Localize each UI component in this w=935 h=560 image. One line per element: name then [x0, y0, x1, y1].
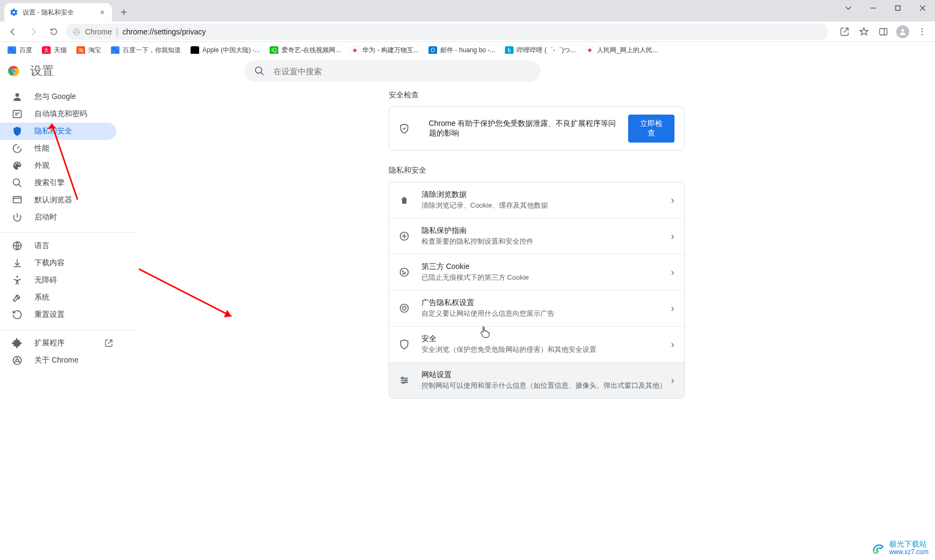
sidebar-item-label: 语言: [34, 241, 50, 251]
settings-header: 设置: [0, 54, 935, 88]
back-button[interactable]: [4, 23, 22, 40]
pointer-cursor-icon: [480, 326, 490, 338]
row-subtitle: 安全浏览（保护您免受危险网站的侵害）和其他安全设置: [421, 345, 671, 355]
profile-avatar[interactable]: [894, 23, 911, 40]
window-close-button[interactable]: [910, 0, 935, 16]
tab-close-icon[interactable]: ×: [98, 8, 107, 17]
sidebar-item-default-browser[interactable]: 默认浏览器: [0, 192, 116, 209]
security-row[interactable]: 安全安全浏览（保护您免受危险网站的侵害）和其他安全设置 ›: [389, 326, 684, 362]
sidebar-item-search-engine[interactable]: 搜索引擎: [0, 174, 116, 192]
forward-button[interactable]: [25, 23, 42, 40]
privacy-security-card: 清除浏览数据清除浏览记录、Cookie、缓存及其他数据 › 隐私保护指南检查重要…: [389, 182, 685, 399]
chevron-right-icon: ›: [671, 195, 674, 206]
sidebar-item-system[interactable]: 系统: [0, 289, 116, 306]
new-tab-button[interactable]: +: [116, 5, 131, 20]
reload-button[interactable]: [45, 23, 62, 40]
browser-toolbar: Chrome | chrome://settings/privacy: [0, 22, 935, 42]
sidebar-item-label: 您与 Google: [34, 92, 76, 102]
page-title: 设置: [30, 63, 54, 79]
run-safety-check-button[interactable]: 立即检查: [628, 115, 674, 143]
svg-point-5: [922, 28, 923, 29]
sidebar-item-appearance[interactable]: 外观: [0, 157, 116, 174]
chevron-right-icon: ›: [671, 267, 674, 278]
address-bar[interactable]: Chrome | chrome://settings/privacy: [66, 24, 828, 40]
row-title: 网站设置: [421, 370, 671, 380]
safety-check-heading: 安全检查: [389, 90, 685, 100]
svg-point-25: [403, 273, 404, 274]
svg-point-6: [922, 31, 923, 32]
external-link-icon: [104, 339, 113, 348]
chevron-right-icon: ›: [671, 339, 674, 350]
sidebar-item-label: 下载内容: [34, 258, 65, 268]
bookmark-star-icon[interactable]: [855, 23, 873, 40]
tab-title: 设置 - 隐私和安全: [23, 8, 94, 17]
hide-tabs-button[interactable]: [836, 0, 861, 16]
chevron-right-icon: ›: [671, 303, 674, 314]
sidebar-item-downloads[interactable]: 下载内容: [0, 254, 116, 272]
sidebar-item-label: 自动填充和密码: [34, 109, 87, 119]
sidebar-item-about-chrome[interactable]: 关于 Chrome: [0, 352, 116, 369]
chevron-right-icon: ›: [671, 375, 674, 386]
svg-point-11: [13, 70, 16, 73]
autofill-icon: [12, 109, 23, 119]
svg-point-22: [400, 268, 408, 277]
chrome-logo-icon: [6, 63, 22, 79]
sidebar-item-performance[interactable]: 性能: [0, 140, 116, 157]
row-title: 隐私保护指南: [421, 226, 671, 236]
share-icon[interactable]: [836, 23, 853, 40]
browser-icon: [12, 195, 23, 205]
watermark-logo-icon: [871, 541, 885, 555]
sidebar-item-on-startup[interactable]: 启动时: [0, 209, 116, 226]
sidebar-item-label: 外观: [34, 161, 50, 171]
sidebar-item-label: 搜索引擎: [34, 178, 65, 188]
sidebar-item-accessibility[interactable]: 无障碍: [0, 272, 116, 289]
sidebar-item-you-and-google[interactable]: 您与 Google: [0, 88, 116, 105]
sidebar-item-reset-settings[interactable]: 重置设置: [0, 306, 116, 323]
svg-point-15: [13, 179, 20, 186]
privacy-guide-row[interactable]: 隐私保护指南检查重要的隐私控制设置和安全控件 ›: [389, 218, 684, 254]
kebab-menu-icon[interactable]: [913, 23, 931, 40]
svg-point-7: [922, 34, 923, 35]
row-subtitle: 清除浏览记录、Cookie、缓存及其他数据: [421, 201, 671, 210]
download-icon: [12, 258, 23, 268]
chevron-right-icon: ›: [671, 231, 674, 242]
address-separator: |: [116, 27, 118, 36]
chrome-small-icon: [12, 355, 23, 366]
settings-search[interactable]: [244, 60, 540, 82]
svg-rect-16: [13, 196, 22, 203]
settings-gear-icon: [10, 8, 18, 17]
safety-check-card: Chrome 有助于保护您免受数据泄露、不良扩展程序等问题的影响 立即检查: [389, 107, 685, 151]
address-url: chrome://settings/privacy: [122, 27, 206, 36]
ad-privacy-row[interactable]: 广告隐私权设置自定义要让网站使用什么信息向您展示广告 ›: [389, 290, 684, 326]
trash-icon: [399, 195, 410, 205]
sidebar-item-privacy-security[interactable]: 隐私和安全: [0, 123, 116, 140]
svg-point-20: [16, 359, 19, 362]
sidebar-item-language[interactable]: 语言: [0, 237, 116, 254]
svg-point-27: [402, 307, 406, 310]
window-maximize-button[interactable]: [885, 0, 910, 16]
watermark-name: 极光下载站: [889, 540, 929, 548]
side-panel-icon[interactable]: [875, 23, 892, 40]
row-subtitle: 检查重要的隐私控制设置和安全控件: [421, 237, 671, 246]
svg-point-30: [402, 382, 404, 384]
sidebar-item-extensions[interactable]: 扩展程序: [0, 335, 116, 352]
settings-search-input[interactable]: [272, 66, 531, 76]
third-party-cookie-row[interactable]: 第三方 Cookie已阻止无痕模式下的第三方 Cookie ›: [389, 254, 684, 290]
row-title: 广告隐私权设置: [421, 298, 671, 308]
window-minimize-button[interactable]: [861, 0, 885, 16]
sidebar-item-label: 系统: [34, 293, 50, 302]
cookie-icon: [399, 267, 410, 278]
row-subtitle: 自定义要让网站使用什么信息向您展示广告: [421, 309, 671, 318]
sidebar-item-autofill[interactable]: 自动填充和密码: [0, 105, 116, 123]
sidebar-item-label: 启动时: [34, 212, 57, 222]
watermark-url: www.xz7.com: [889, 549, 929, 556]
clear-browsing-data-row[interactable]: 清除浏览数据清除浏览记录、Cookie、缓存及其他数据 ›: [389, 182, 684, 218]
row-title: 清除浏览数据: [421, 190, 671, 200]
sidebar-item-label: 默认浏览器: [34, 195, 72, 205]
svg-point-18: [16, 276, 18, 278]
sidebar-item-label: 关于 Chrome: [34, 356, 79, 365]
site-settings-row[interactable]: 网站设置控制网站可以使用和显示什么信息（如位置信息、摄像头、弹出式窗口及其他） …: [389, 362, 684, 398]
svg-rect-14: [13, 110, 22, 117]
browser-tab-active[interactable]: 设置 - 隐私和安全 ×: [4, 3, 112, 22]
row-title: 安全: [421, 334, 671, 344]
